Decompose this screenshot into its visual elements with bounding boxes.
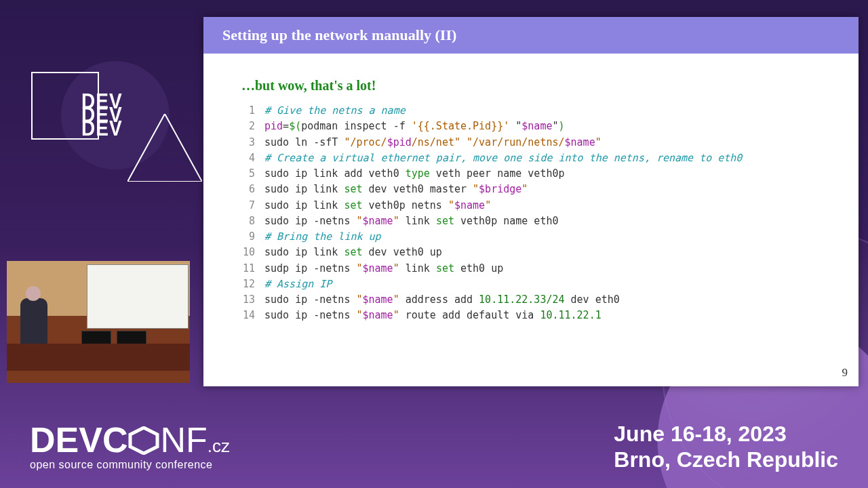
brand-bold: DEVC xyxy=(30,420,127,460)
svg-marker-1 xyxy=(130,428,157,453)
slide-page-number: 9 xyxy=(842,366,848,380)
line-number: 14 xyxy=(241,308,264,323)
code-line: 13sudo ip -netns "$name" address add 10.… xyxy=(241,292,825,308)
code-content: sudo ip link set dev veth0 master "$brid… xyxy=(264,182,528,197)
brand: DEVCNF.cz open source community conferen… xyxy=(30,422,230,471)
code-line: 8sudo ip -netns "$name" link set veth0p … xyxy=(241,214,825,229)
line-number: 3 xyxy=(241,135,264,150)
code-content: sudo ip link set dev veth0 up xyxy=(264,245,442,260)
code-content: sudo ip -netns "$name" route add default… xyxy=(264,308,601,323)
code-content: sudp ip -netns "$name" link set eth0 up xyxy=(264,261,503,277)
event-location: Brno, Czech Republic xyxy=(614,447,838,472)
line-number: 13 xyxy=(241,292,264,308)
line-number: 8 xyxy=(241,214,264,229)
code-line: 14sudo ip -netns "$name" route add defau… xyxy=(241,308,825,323)
event-date: June 16-18, 2023 xyxy=(614,421,838,447)
code-content: # Bring the link up xyxy=(264,229,381,245)
code-content: # Give the netns a name xyxy=(264,103,406,119)
event-info: June 16-18, 2023 Brno, Czech Republic xyxy=(614,421,838,473)
line-number: 4 xyxy=(241,150,264,166)
code-line: 1# Give the netns a name xyxy=(241,103,825,119)
line-number: 11 xyxy=(241,261,264,277)
line-number: 6 xyxy=(241,182,264,197)
code-content: sudo ln -sfT "/proc/$pid/ns/net" "/var/r… xyxy=(264,135,601,150)
line-number: 10 xyxy=(241,245,264,260)
code-content: sudo ip -netns "$name" link set veth0p n… xyxy=(264,214,559,229)
brand-thin: NF xyxy=(160,420,207,460)
code-line: 12# Assign IP xyxy=(241,277,825,292)
code-line: 6sudo ip link set dev veth0 master "$bri… xyxy=(241,182,825,197)
slide-title: Setting up the network manually (II) xyxy=(203,17,859,54)
code-line: 4# Create a virtual ethernet pair, move … xyxy=(241,150,825,166)
svg-marker-0 xyxy=(127,114,202,182)
line-number: 9 xyxy=(241,229,264,245)
code-block: 1# Give the netns a name2pid=$(podman in… xyxy=(241,103,825,324)
line-number: 12 xyxy=(241,277,264,292)
code-content: pid=$(podman inspect -f '{{.State.Pid}}'… xyxy=(264,119,565,134)
code-content: sudo ip -netns "$name" address add 10.11… xyxy=(264,292,620,308)
code-line: 7sudo ip link set veth0p netns "$name" xyxy=(241,198,825,214)
code-line: 5sudo ip link add veth0 type veth peer n… xyxy=(241,166,825,182)
slide-subheading: …but wow, that's a lot! xyxy=(241,78,825,94)
code-line: 10sudo ip link set dev veth0 up xyxy=(241,245,825,260)
footer: DEVCNF.cz open source community conferen… xyxy=(0,405,868,488)
brand-suffix: .cz xyxy=(208,436,230,456)
hexagon-o-icon xyxy=(127,426,160,455)
code-line: 11sudp ip -netns "$name" link set eth0 u… xyxy=(241,261,825,277)
code-content: sudo ip link set veth0p netns "$name" xyxy=(264,198,491,214)
code-line: 2pid=$(podman inspect -f '{{.State.Pid}}… xyxy=(241,119,825,134)
code-line: 3sudo ln -sfT "/proc/$pid/ns/net" "/var/… xyxy=(241,135,825,150)
speaker-video-thumbnail xyxy=(7,261,190,383)
line-number: 7 xyxy=(241,198,264,214)
code-content: sudo ip link add veth0 type veth peer na… xyxy=(264,166,565,182)
presentation-slide: Setting up the network manually (II) …bu… xyxy=(203,17,859,386)
code-content: # Create a virtual ethernet pair, move o… xyxy=(264,150,742,166)
devconf-logo: DEV DEV DEV xyxy=(27,68,183,203)
line-number: 1 xyxy=(241,103,264,119)
code-content: # Assign IP xyxy=(264,277,332,292)
brand-tagline: open source community conference xyxy=(30,459,230,471)
code-line: 9# Bring the link up xyxy=(241,229,825,245)
logo-text: DEV DEV DEV xyxy=(81,95,123,136)
line-number: 2 xyxy=(241,119,264,134)
line-number: 5 xyxy=(241,166,264,182)
